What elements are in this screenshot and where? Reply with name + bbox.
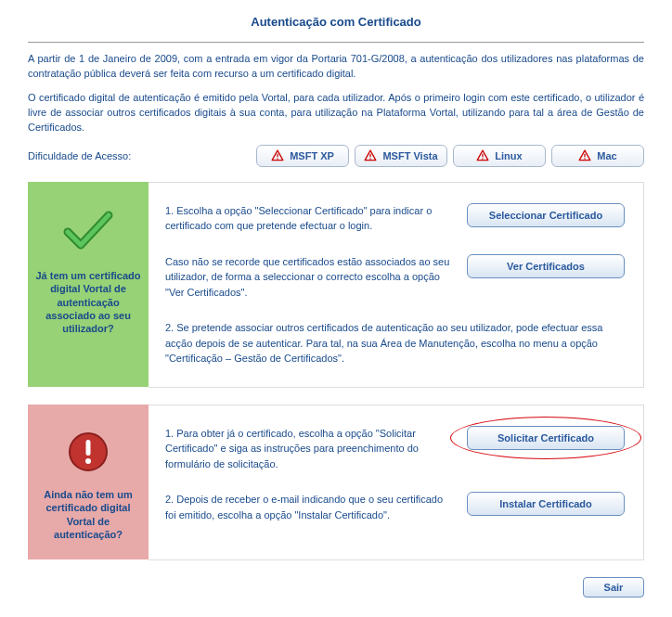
svg-point-3 <box>370 158 372 160</box>
exit-button[interactable]: Sair <box>583 577 644 598</box>
view-certificates-button[interactable]: Ver Certificados <box>467 254 625 278</box>
page-title: Autenticação com Certificado <box>28 9 644 42</box>
difficulty-label: Dificuldade de Acesso: <box>28 150 131 161</box>
warning-icon <box>271 149 284 162</box>
divider <box>28 42 644 43</box>
green-step-1: 1. Escolha a opção "Seleccionar Certific… <box>165 203 454 234</box>
warning-icon <box>578 149 591 162</box>
warning-icon <box>364 149 377 162</box>
os-button-msft-vista[interactable]: MSFT Vista <box>355 145 447 167</box>
request-certificate-button[interactable]: Solicitar Certificado <box>467 426 625 450</box>
card-has-certificate: Já tem um certificado digital Vortal de … <box>28 182 644 388</box>
svg-point-1 <box>277 158 278 160</box>
warning-icon <box>476 149 489 162</box>
checkmark-icon <box>60 208 116 254</box>
os-button-mac[interactable]: Mac <box>551 145 644 167</box>
card-green-question: Já tem um certificado digital Vortal de … <box>35 269 141 335</box>
os-button-label: MSFT XP <box>290 150 334 161</box>
svg-point-5 <box>483 158 485 160</box>
os-button-label: Mac <box>597 150 616 161</box>
os-button-linux[interactable]: Linux <box>453 145 546 167</box>
os-button-label: MSFT Vista <box>382 150 437 161</box>
green-note: 2. Se pretende associar outros certifica… <box>165 320 625 366</box>
os-button-label: Linux <box>495 150 522 161</box>
intro-paragraph-2: O certificado digital de autenticação é … <box>28 91 644 135</box>
svg-point-10 <box>85 458 91 464</box>
highlight-circle: Solicitar Certificado <box>467 426 625 450</box>
svg-point-7 <box>585 158 587 160</box>
os-button-msft-xp[interactable]: MSFT XP <box>256 145 349 167</box>
card-red-question: Ainda não tem um certificado digital Vor… <box>35 488 141 541</box>
select-certificate-button[interactable]: Seleccionar Certificado <box>467 203 625 227</box>
green-step-2: Caso não se recorde que certificados est… <box>165 254 454 301</box>
svg-rect-9 <box>86 440 91 456</box>
red-step-1: 1. Para obter já o certificado, escolha … <box>165 426 454 472</box>
red-step-2: 2. Depois de receber o e-mail indicando … <box>165 492 454 522</box>
alert-icon <box>67 431 110 473</box>
intro-paragraph-1: A partir de 1 de Janeiro de 2009, com a … <box>28 52 644 82</box>
card-no-certificate: Ainda não tem um certificado digital Vor… <box>28 405 644 560</box>
install-certificate-button[interactable]: Instalar Certificado <box>467 492 625 516</box>
